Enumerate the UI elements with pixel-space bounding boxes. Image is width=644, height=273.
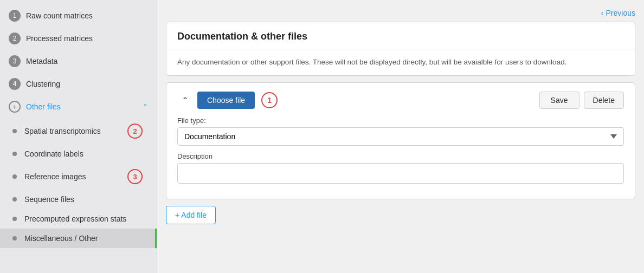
dot-icon	[12, 236, 17, 240]
file-row-top: ⌃ Choose file 1 Save Delete	[177, 92, 624, 109]
main-header: ‹ Previous	[166, 9, 635, 17]
sidebar-item-raw-count[interactable]: 1 Raw count matrices	[0, 4, 157, 27]
sidebar-item-clustering[interactable]: 4 Clustering	[0, 73, 157, 95]
step-badge-3: 3	[9, 55, 21, 67]
card-title-row: Documentation & other files	[166, 22, 635, 49]
step-badge-4: 4	[9, 78, 21, 90]
sidebar-item-label: Miscellaneous / Other	[24, 234, 146, 243]
delete-button[interactable]: Delete	[584, 92, 624, 109]
sidebar-item-label: Processed matrices	[26, 34, 148, 43]
previous-label: Previous	[606, 9, 635, 17]
sidebar-item-label: Spatial transcriptomics	[24, 127, 127, 135]
other-files-label: Other files	[26, 102, 143, 111]
card-description: Any documentation or other support files…	[166, 49, 635, 75]
sidebar-item-other-files[interactable]: + Other files ⌃	[0, 95, 157, 118]
sidebar-item-label: Reference images	[24, 172, 127, 181]
step-badge-2: 2	[9, 32, 21, 44]
description-input[interactable]	[177, 163, 624, 184]
plus-badge: +	[9, 101, 21, 113]
dot-icon	[12, 174, 17, 179]
sidebar-subitem-spatial[interactable]: Spatial transcriptomics 2	[0, 118, 157, 144]
previous-link[interactable]: ‹ Previous	[601, 9, 635, 17]
file-card: ⌃ Choose file 1 Save Delete File type: D…	[166, 82, 635, 199]
sidebar-item-metadata[interactable]: 3 Metadata	[0, 50, 157, 73]
page-title: Documentation & other files	[177, 31, 624, 42]
title-card: Documentation & other files Any document…	[166, 22, 635, 76]
sidebar-subitem-misc[interactable]: Miscellaneous / Other	[0, 229, 157, 248]
sidebar-item-label: Precomputed expression stats	[24, 214, 148, 223]
sidebar-item-label: Clustering	[26, 80, 148, 88]
choose-file-button[interactable]: Choose file	[197, 92, 255, 109]
sidebar-item-processed[interactable]: 2 Processed matrices	[0, 27, 157, 50]
description-label: Description	[177, 152, 624, 160]
description-group: Description	[177, 152, 624, 184]
sidebar-item-label: Metadata	[26, 57, 148, 66]
add-file-button[interactable]: + Add file	[166, 206, 216, 224]
sidebar-subitem-reference[interactable]: Reference images 3	[0, 164, 157, 190]
sidebar-subitem-sequence[interactable]: Sequence files	[0, 190, 157, 209]
step-badge-1: 1	[9, 10, 21, 22]
file-type-group: File type: Documentation Other	[177, 116, 624, 146]
sidebar-item-label: Raw count matrices	[26, 11, 148, 20]
chevron-up-icon: ⌃	[143, 103, 148, 110]
step-circle-3: 3	[127, 169, 143, 184]
step-circle-2: 2	[127, 123, 143, 139]
sidebar-subitem-precomputed[interactable]: Precomputed expression stats	[0, 209, 157, 229]
sidebar: 1 Raw count matrices 2 Processed matrice…	[0, 0, 157, 273]
file-type-label: File type:	[177, 116, 624, 125]
sidebar-item-label: Coordinate labels	[24, 150, 148, 158]
dot-icon	[12, 129, 17, 133]
collapse-button[interactable]: ⌃	[177, 93, 193, 108]
sidebar-item-label: Sequence files	[24, 195, 148, 204]
file-type-select[interactable]: Documentation Other	[177, 127, 624, 146]
main-content: ‹ Previous Documentation & other files A…	[157, 0, 644, 273]
sidebar-subitem-coordinate[interactable]: Coordinate labels	[0, 144, 157, 164]
dot-icon	[12, 152, 17, 156]
dot-icon	[12, 197, 17, 202]
save-button[interactable]: Save	[539, 92, 579, 109]
dot-icon	[12, 217, 17, 221]
step-circle-badge-1: 1	[261, 92, 278, 108]
chevron-left-icon: ‹	[601, 9, 604, 17]
